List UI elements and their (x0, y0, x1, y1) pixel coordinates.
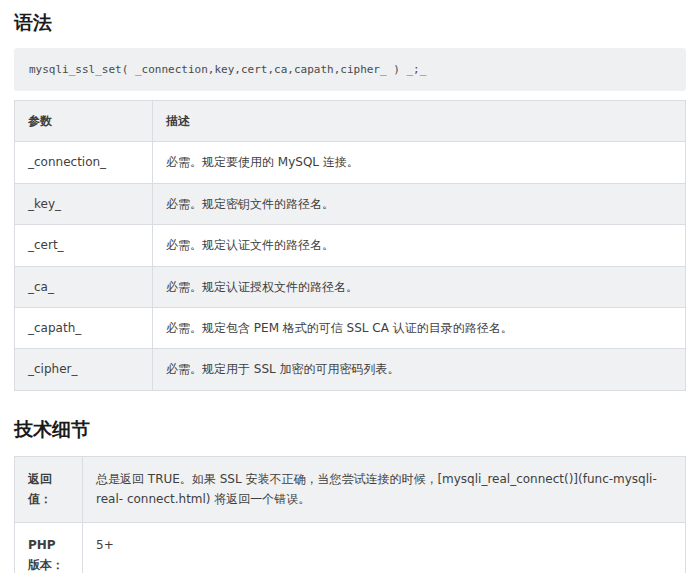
syntax-code-block: mysqli_ssl_set( _connection,key,cert,ca,… (14, 48, 686, 91)
param-column-header: 参数 (15, 101, 153, 142)
table-row: _cert_ 必需。规定认证文件的路径名。 (15, 225, 686, 266)
param-name-cell: _cert_ (15, 225, 153, 266)
table-row: _ca_ 必需。规定认证授权文件的路径名。 (15, 266, 686, 307)
param-desc-cell: 必需。规定认证授权文件的路径名。 (153, 266, 686, 307)
detail-value-cell: 总是返回 TRUE。如果 SSL 安装不正确，当您尝试连接的时候，[mysqli… (83, 456, 686, 522)
table-row: PHP 版本： 5+ (15, 522, 686, 573)
param-desc-cell: 必需。规定包含 PEM 格式的可信 SSL CA 认证的目录的路径名。 (153, 307, 686, 348)
param-name-cell: _connection_ (15, 142, 153, 183)
table-row: _capath_ 必需。规定包含 PEM 格式的可信 SSL CA 认证的目录的… (15, 307, 686, 348)
parameters-table: 参数 描述 _connection_ 必需。规定要使用的 MySQL 连接。 _… (14, 100, 686, 391)
details-heading: 技术细节 (14, 419, 686, 439)
param-desc-cell: 必需。规定密钥文件的路径名。 (153, 183, 686, 224)
detail-label-cell: PHP 版本： (15, 522, 83, 573)
param-desc-cell: 必需。规定用于 SSL 加密的可用密码列表。 (153, 349, 686, 390)
param-name-cell: _cipher_ (15, 349, 153, 390)
param-desc-cell: 必需。规定认证文件的路径名。 (153, 225, 686, 266)
param-desc-cell: 必需。规定要使用的 MySQL 连接。 (153, 142, 686, 183)
syntax-heading: 语法 (14, 12, 686, 32)
param-name-cell: _capath_ (15, 307, 153, 348)
desc-column-header: 描述 (153, 101, 686, 142)
technical-details-table: 返回值： 总是返回 TRUE。如果 SSL 安装不正确，当您尝试连接的时候，[m… (14, 456, 686, 573)
doc-page: 语法 mysqli_ssl_set( _connection,key,cert,… (0, 0, 700, 573)
table-row: _connection_ 必需。规定要使用的 MySQL 连接。 (15, 142, 686, 183)
table-row: _key_ 必需。规定密钥文件的路径名。 (15, 183, 686, 224)
param-name-cell: _ca_ (15, 266, 153, 307)
param-name-cell: _key_ (15, 183, 153, 224)
detail-label-cell: 返回值： (15, 456, 83, 522)
detail-value-cell: 5+ (83, 522, 686, 573)
table-header-row: 参数 描述 (15, 101, 686, 142)
table-row: _cipher_ 必需。规定用于 SSL 加密的可用密码列表。 (15, 349, 686, 390)
table-row: 返回值： 总是返回 TRUE。如果 SSL 安装不正确，当您尝试连接的时候，[m… (15, 456, 686, 522)
